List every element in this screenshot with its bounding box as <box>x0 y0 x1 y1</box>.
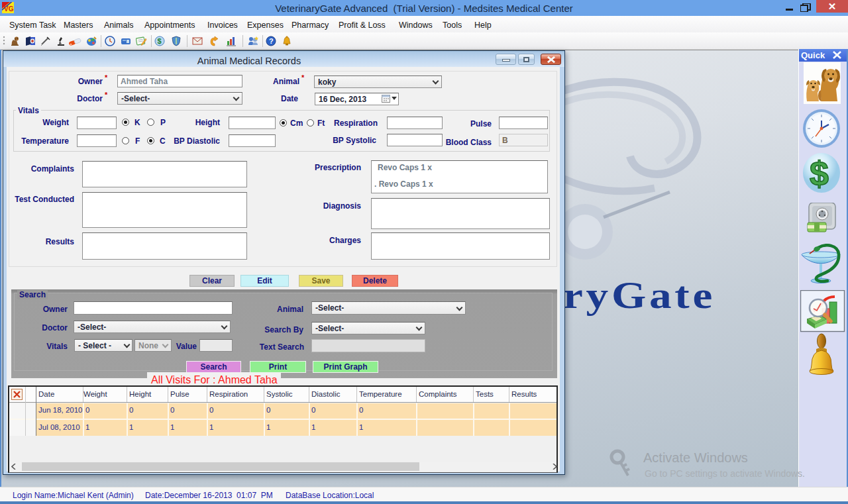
svg-text:$: $ <box>810 154 829 193</box>
svg-text:$: $ <box>158 37 162 45</box>
svg-text:?: ? <box>269 37 274 45</box>
